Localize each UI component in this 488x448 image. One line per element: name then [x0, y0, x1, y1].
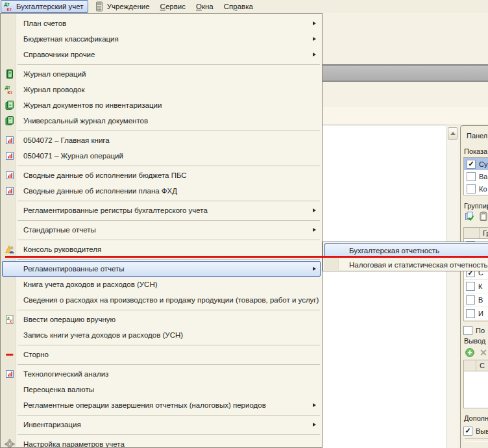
menu-item[interactable]: Сведения о расходах на производство и пр…	[2, 292, 321, 308]
menu-item-label: Универсальный журнал документов	[23, 117, 148, 125]
indicator-label: Су	[479, 160, 487, 168]
accounting-menu: План счетовБюджетная классификацияСправо…	[0, 13, 323, 448]
menu-item[interactable]: Регламентированные регистры бухгалтерско…	[2, 203, 321, 218]
menu-item[interactable]: Запись книги учета доходов и расходов (У…	[2, 327, 321, 343]
indicator-row[interactable]: Ко	[464, 182, 488, 195]
section-grouping-label: Группир	[464, 202, 488, 210]
menu-item-label: Бюджетная классификация	[23, 35, 119, 43]
menu-item-label: Регламентированные отчеты	[23, 265, 125, 273]
svg-text:Дт: Дт	[4, 2, 10, 7]
window-title-band	[323, 64, 488, 82]
section-indicators: Показа	[461, 147, 488, 155]
grouping-column-label: Гр	[480, 229, 488, 237]
menu-item-label: Справочники прочие	[23, 51, 95, 58]
menu-item-label: Запись книги учета доходов и расходов (У…	[23, 331, 183, 339]
grouping-row[interactable]: И	[464, 307, 488, 321]
grouping-row[interactable]: К	[464, 280, 488, 293]
menu-item[interactable]: Инвентаризация	[2, 417, 321, 432]
panel-slider[interactable]	[465, 438, 488, 442]
report-icon	[3, 186, 16, 196]
po-checkbox-row[interactable]: По	[461, 324, 488, 336]
menu-item[interactable]: Сторно	[2, 347, 321, 362]
submenu-item[interactable]: Налоговая и статистическая отчетность	[324, 258, 488, 272]
journals-icon	[3, 116, 16, 126]
menu-item[interactable]: Бюджетная классификация	[2, 31, 321, 47]
submenu-arrow-icon	[313, 208, 316, 212]
grouping-checkbox[interactable]	[466, 282, 475, 291]
menu-item[interactable]: Консоль руководителя	[2, 242, 321, 257]
menu-item[interactable]: Универсальный журнал документов	[2, 113, 321, 129]
menu-item-label: Журнал операций	[23, 70, 86, 78]
menubar-item-label: Справка	[224, 3, 253, 10]
scroll-up-button[interactable]	[448, 127, 458, 140]
menubar-item-label: Сервис	[160, 3, 186, 10]
gear-icon	[3, 439, 16, 448]
output-table-header: С	[464, 360, 488, 371]
indicator-checkbox[interactable]	[467, 184, 476, 193]
menu-item-label: Журнал проводок	[23, 86, 84, 93]
add-button[interactable]	[465, 347, 475, 358]
menu-item[interactable]: Книга учета доходов и расходов (УСН)	[2, 277, 321, 292]
menu-item-label: Сводные данные об исполнении плана ФХД	[23, 187, 177, 195]
grouping-toolbar	[461, 211, 488, 221]
menubar-item-Учреждение[interactable]: Учреждение	[90, 1, 154, 12]
menu-item-label: Сведения о расходах на производство и пр…	[23, 296, 319, 304]
menu-item[interactable]: План счетов	[2, 16, 321, 31]
menubar-item-Окна[interactable]: Окна	[191, 1, 218, 12]
submenu-arrow-icon	[313, 403, 316, 407]
output-table: С	[463, 360, 488, 408]
indicator-checkbox[interactable]	[467, 160, 476, 169]
grouping-label: В	[478, 296, 483, 304]
report-icon	[3, 369, 16, 379]
menubar-item-Сервис[interactable]: Сервис	[156, 1, 190, 12]
report-icon	[3, 135, 16, 145]
up-arrow-icon	[450, 132, 456, 135]
menu-item-label: Стандартные отчеты	[23, 226, 96, 234]
indicator-checkbox[interactable]	[467, 172, 476, 181]
clipboard-icon[interactable]	[478, 211, 488, 221]
grouping-label: К	[478, 282, 482, 290]
menu-item[interactable]: Журнал операций	[2, 66, 321, 82]
grouping-checkbox[interactable]	[466, 309, 475, 318]
toolbar-strip	[323, 107, 488, 125]
additional-checkbox-label: Выв	[476, 427, 488, 435]
menu-item[interactable]: ДтКтЖурнал проводок	[2, 82, 321, 97]
menu-item-label: Сторно	[23, 351, 49, 358]
menu-item[interactable]: Стандартные отчеты	[2, 222, 321, 238]
grouping-row[interactable]: В	[464, 293, 488, 307]
menu-item[interactable]: Сводные данные об исполнении плана ФХД	[2, 183, 321, 199]
menu-item[interactable]: Справочники прочие	[2, 47, 321, 62]
indicators-box: СуВаКо	[463, 157, 488, 195]
check-all-icon[interactable]	[465, 211, 475, 221]
menu-item[interactable]: 0504072 – Главная книга	[2, 132, 321, 148]
menubar-item-Бухгалтерский учет[interactable]: ДтКтБухгалтерский учет	[1, 0, 88, 13]
menu-item[interactable]: Регламентные операции завершения отчетны…	[2, 397, 321, 413]
indicator-row[interactable]: Су	[464, 158, 488, 170]
menu-item[interactable]: Технологический анализ	[2, 366, 321, 382]
menu-item[interactable]: 0504071 – Журнал операций	[2, 148, 321, 164]
menu-item[interactable]: Переоценка валюты	[2, 382, 321, 397]
po-label: По	[476, 327, 485, 334]
menu-item[interactable]: Настройка параметров учета	[2, 436, 321, 448]
menu-item[interactable]: ДКВвести операцию вручную	[2, 312, 321, 327]
indicator-label: Ко	[479, 185, 487, 193]
menu-item[interactable]: Сводные данные об исполнении бюджета ПБС	[2, 168, 321, 183]
menubar-item-label: Окна	[196, 3, 214, 10]
manual-operation-icon: ДК	[3, 314, 16, 325]
section-output: Вывод	[461, 337, 488, 345]
po-checkbox[interactable]	[463, 326, 472, 335]
dtkt-icon: ДтКт	[3, 1, 14, 12]
report-icon	[3, 151, 16, 161]
vertical-scrollbar[interactable]	[446, 126, 458, 448]
indicator-row[interactable]: Ва	[464, 170, 488, 182]
menubar-item-Справка[interactable]: Справка	[219, 1, 258, 12]
menu-item[interactable]: Журнал документов по инвентаризации	[2, 97, 321, 113]
svg-text:Дт: Дт	[5, 85, 10, 90]
report-icon	[3, 170, 16, 180]
menu-item[interactable]: Регламентированные отчеты	[2, 261, 321, 277]
delete-icon[interactable]	[478, 347, 488, 358]
additional-checkbox-row[interactable]: Выв	[461, 425, 488, 437]
grouping-checkbox[interactable]	[466, 295, 475, 305]
menu-item-label: Книга учета доходов и расходов (УСН)	[23, 280, 158, 288]
additional-checkbox[interactable]	[463, 427, 472, 436]
